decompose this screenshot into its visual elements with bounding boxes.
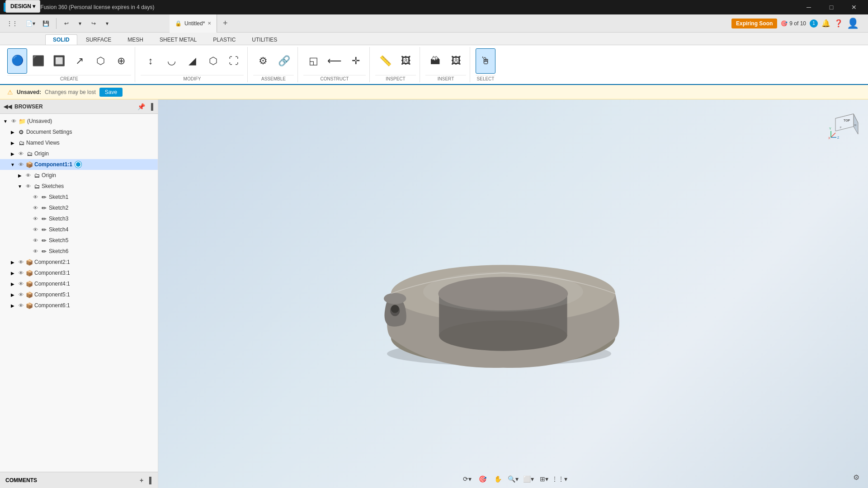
tree-item-origin[interactable]: ▶ 👁 🗂 Origin [0, 148, 158, 159]
root-visibility[interactable]: 👁 [10, 117, 17, 125]
tree-item-sketch5[interactable]: 👁 ✏ Sketch5 [0, 235, 158, 246]
tab-close-button[interactable]: ✕ [208, 21, 211, 26]
select-button[interactable]: 🖱 [476, 48, 495, 74]
component6-visibility[interactable]: 👁 [17, 302, 24, 309]
component1-expander[interactable]: ▼ [9, 161, 16, 168]
sketch2-visibility[interactable]: 👁 [32, 204, 39, 211]
sketch5-visibility[interactable]: 👁 [32, 237, 39, 244]
zoom-tool[interactable]: 🔍▾ [506, 472, 520, 486]
viewport-settings-button[interactable]: ⚙ [850, 471, 863, 483]
component5-visibility[interactable]: 👁 [17, 291, 24, 298]
fillet-button[interactable]: ◡ [161, 48, 181, 74]
component6-expander[interactable]: ▶ [9, 302, 16, 309]
c1-origin-expander[interactable]: ▶ [16, 172, 24, 179]
named-views-expander[interactable]: ▶ [9, 139, 16, 146]
tab-mesh[interactable]: MESH [120, 34, 151, 45]
undo-button[interactable]: ↩ [60, 17, 73, 30]
tree-item-component6[interactable]: ▶ 👁 📦 Component6:1 [0, 300, 158, 311]
view-cube[interactable]: TOP R F X Y Z [826, 105, 863, 141]
doc-settings-expander[interactable]: ▶ [9, 128, 16, 136]
env-tool[interactable]: ⋮⋮▾ [552, 472, 566, 486]
new-file-button[interactable]: 📄▾ [23, 17, 38, 30]
grid-tool[interactable]: ⊞▾ [537, 472, 551, 486]
tab-surface[interactable]: SURFACE [78, 34, 119, 45]
origin-visibility[interactable]: 👁 [17, 150, 24, 157]
sketch4-visibility[interactable]: 👁 [32, 226, 39, 233]
sketch1-visibility[interactable]: 👁 [32, 193, 39, 201]
tab-sheet-metal[interactable]: SHEET METAL [152, 34, 204, 45]
tree-item-component2[interactable]: ▶ 👁 📦 Component2:1 [0, 257, 158, 267]
component2-expander[interactable]: ▶ [9, 258, 16, 266]
design-mode-button[interactable]: DESIGN ▾ [5, 0, 40, 13]
tab-solid[interactable]: SOLID [45, 34, 77, 45]
close-button[interactable]: ✕ [844, 0, 864, 14]
viewport[interactable]: TOP R F X Y Z ⟳▾ 🎯 ✋ 🔍▾ ⬜▾ ⊞▾ ⋮⋮▾ ⚙ [158, 99, 868, 488]
interference-button[interactable]: 🖼 [396, 48, 416, 74]
sketch6-visibility[interactable]: 👁 [32, 248, 39, 255]
browser-pin-button[interactable]: 📌 [137, 102, 146, 111]
construct-axis-button[interactable]: ⟵ [324, 48, 345, 74]
component3-expander[interactable]: ▶ [9, 269, 16, 277]
insert-mesh-button[interactable]: 🏔 [425, 48, 445, 74]
component4-expander[interactable]: ▶ [9, 280, 16, 287]
revolve-button[interactable]: 🔲 [49, 48, 69, 74]
shell-button[interactable]: ⬡ [203, 48, 223, 74]
sketches-visibility[interactable]: 👁 [24, 183, 32, 190]
component5-expander[interactable]: ▶ [9, 291, 16, 298]
origin-expander[interactable]: ▶ [9, 150, 16, 157]
comments-collapse-button[interactable]: ▐ [146, 476, 152, 485]
browser-collapse-button[interactable]: ▐ [148, 102, 154, 111]
notification-badge[interactable]: 1 [810, 19, 818, 28]
joint-button[interactable]: ⚙ [253, 48, 273, 74]
combine-button[interactable]: ⛶ [224, 48, 244, 74]
component3-visibility[interactable]: 👁 [17, 269, 24, 277]
tree-item-sketch4[interactable]: 👁 ✏ Sketch4 [0, 224, 158, 235]
extrude-button[interactable]: ⬛ [28, 48, 48, 74]
hole-button[interactable]: ⊕ [111, 48, 131, 74]
orbit-tool[interactable]: ⟳▾ [460, 472, 474, 486]
new-tab-button[interactable]: + [217, 14, 233, 33]
tree-item-component1[interactable]: ▼ 👁 📦 Component1:1 [0, 159, 158, 170]
look-at-tool[interactable]: 🎯 [476, 472, 489, 486]
tree-item-sketch6[interactable]: 👁 ✏ Sketch6 [0, 246, 158, 257]
decal-button[interactable]: 🖼 [446, 48, 466, 74]
help-icon[interactable]: ❓ [834, 19, 843, 28]
tree-item-sketch2[interactable]: 👁 ✏ Sketch2 [0, 202, 158, 213]
tree-item-root[interactable]: ▼ 👁 📁 (Unsaved) [0, 116, 158, 127]
bell-icon[interactable]: 🔔 [821, 19, 830, 28]
chamfer-button[interactable]: ◢ [182, 48, 202, 74]
user-icon[interactable]: 👤 [847, 18, 859, 29]
component1-visibility[interactable]: 👁 [17, 161, 24, 168]
tab-utilities[interactable]: UTILITIES [244, 34, 285, 45]
minimize-button[interactable]: ─ [798, 0, 819, 14]
save-button-toolbar[interactable]: 💾 [39, 17, 52, 30]
construct-plane-button[interactable]: ◱ [303, 48, 323, 74]
expiring-soon-button[interactable]: Expiring Soon [731, 19, 777, 28]
component4-visibility[interactable]: 👁 [17, 280, 24, 287]
undo-dropdown[interactable]: ▾ [74, 17, 86, 30]
measure-button[interactable]: 📏 [375, 48, 395, 74]
tree-item-sketch1[interactable]: 👁 ✏ Sketch1 [0, 192, 158, 202]
rigid-group-button[interactable]: 🔗 [274, 48, 294, 74]
tree-item-sketches[interactable]: ▼ 👁 🗂 Sketches [0, 181, 158, 192]
tree-item-sketch3[interactable]: 👁 ✏ Sketch3 [0, 213, 158, 224]
redo-dropdown[interactable]: ▾ [101, 17, 113, 30]
construct-point-button[interactable]: ✛ [346, 48, 366, 74]
tree-item-component4[interactable]: ▶ 👁 📦 Component4:1 [0, 278, 158, 289]
pan-tool[interactable]: ✋ [491, 472, 505, 486]
tree-item-doc-settings[interactable]: ▶ ⚙ Document Settings [0, 127, 158, 137]
sweep-button[interactable]: ↗ [70, 48, 90, 74]
component2-visibility[interactable]: 👁 [17, 258, 24, 266]
active-tab[interactable]: 🔒 Untitled* ✕ [170, 14, 217, 33]
save-now-button[interactable]: Save [99, 88, 123, 97]
tree-item-named-views[interactable]: ▶ 🗂 Named Views [0, 137, 158, 148]
loft-button[interactable]: ⬡ [90, 48, 110, 74]
tree-item-component5[interactable]: ▶ 👁 📦 Component5:1 [0, 289, 158, 300]
redo-button[interactable]: ↪ [87, 17, 100, 30]
display-mode-tool[interactable]: ⬜▾ [522, 472, 535, 486]
maximize-button[interactable]: □ [821, 0, 842, 14]
new-component-button[interactable]: 🔵 [7, 48, 27, 74]
sketch3-visibility[interactable]: 👁 [32, 215, 39, 222]
tree-item-component3[interactable]: ▶ 👁 📦 Component3:1 [0, 267, 158, 278]
c1-origin-visibility[interactable]: 👁 [24, 172, 32, 179]
